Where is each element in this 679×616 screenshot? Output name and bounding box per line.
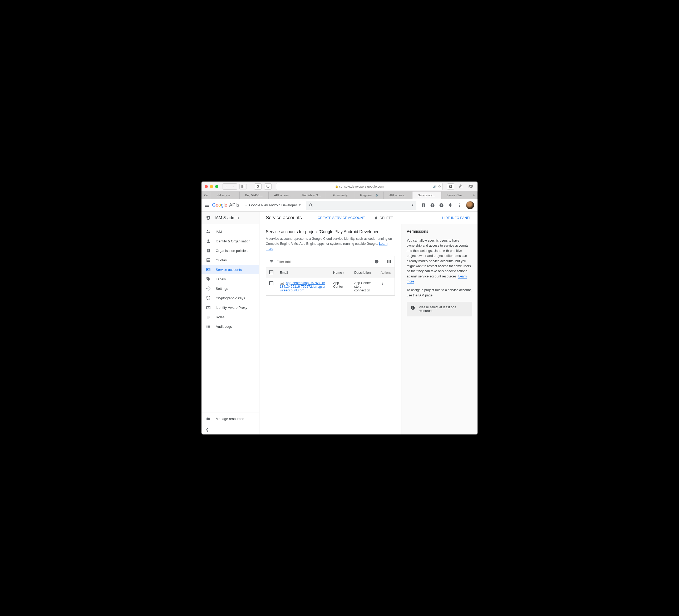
titlebar-right-tools [447, 183, 474, 190]
main-header: Service accounts CREATE SERVICE ACCOUNT … [259, 212, 478, 224]
security-icon [206, 296, 211, 300]
svg-text:?: ? [441, 204, 442, 207]
col-description[interactable]: Description [351, 268, 378, 278]
tab-4[interactable]: Publish to G… [297, 191, 326, 199]
search-field[interactable]: ▼ [306, 201, 416, 210]
sidebar-item-manage-resources[interactable]: Manage resources [201, 413, 259, 425]
sidebar-item-crypto-keys[interactable]: Cryptographic keys [201, 293, 259, 303]
extension-2-button[interactable]: ⓘ [264, 183, 271, 190]
minimize-window-button[interactable] [210, 185, 213, 188]
svg-rect-40 [207, 316, 210, 316]
user-avatar[interactable] [466, 201, 474, 210]
columns-icon[interactable] [387, 259, 391, 264]
notifications-icon[interactable] [448, 203, 453, 208]
sidebar-item-quotas[interactable]: Quotas [201, 255, 259, 265]
main: Service accounts CREATE SERVICE ACCOUNT … [259, 212, 478, 434]
briefcase-icon [206, 416, 211, 421]
create-service-account-button[interactable]: CREATE SERVICE ACCOUNT [310, 214, 367, 222]
svg-rect-13 [432, 204, 433, 206]
sidebar-item-roles[interactable]: Roles [201, 312, 259, 322]
svg-point-18 [459, 204, 460, 204]
browser-window: ‹ › G ⓘ 🔒 console.developers.google.com … [201, 182, 478, 434]
back-button[interactable]: ‹ [223, 184, 230, 189]
service-account-email-link[interactable]: app-center@api-7976831618413465116-75957… [280, 281, 326, 292]
tab-1[interactable]: delivery.ac… [211, 191, 240, 199]
share-button[interactable] [457, 183, 464, 190]
svg-rect-65 [413, 307, 413, 309]
svg-rect-0 [241, 185, 245, 188]
sidebar-item-service-accounts[interactable]: Service accounts [201, 265, 259, 274]
svg-rect-14 [432, 206, 433, 207]
url-bar[interactable]: 🔒 console.developers.google.com 🔊 ⟳ [276, 183, 443, 190]
sidebar-item-org-policies[interactable]: Organisation policies [201, 246, 259, 255]
tab-0[interactable]: Co [201, 191, 211, 199]
table-help-icon[interactable]: ? [374, 259, 379, 264]
row-actions-button[interactable] [378, 278, 394, 296]
sidebar-item-iam[interactable]: IAM [201, 227, 259, 236]
sidebar-item-audit-logs[interactable]: Audit Logs [201, 322, 259, 331]
new-tab-button[interactable]: + [470, 191, 478, 199]
sidebar-nav: IAM Identity & Organisation Organisation… [201, 224, 259, 412]
extension-1-button[interactable]: G [254, 183, 262, 190]
tab-2[interactable]: Bug 59400:… [240, 191, 268, 199]
tabs-overview-button[interactable] [467, 183, 474, 190]
svg-rect-3 [469, 185, 472, 188]
page-title: Service accounts [266, 215, 302, 220]
filter-icon[interactable] [269, 259, 274, 264]
svg-point-62 [382, 283, 383, 284]
help-icon[interactable]: ? [439, 203, 444, 208]
more-icon[interactable] [457, 203, 462, 208]
extension-buttons: G ⓘ [254, 183, 271, 190]
svg-text:?: ? [376, 260, 378, 263]
tab-5[interactable]: Grammarly [326, 191, 355, 199]
gift-icon[interactable] [421, 203, 426, 208]
delete-button[interactable]: DELETE [372, 214, 395, 222]
sidebar-item-identity-org[interactable]: Identity & Organisation [201, 236, 259, 246]
tab-8[interactable]: Service acc… [413, 191, 441, 199]
close-window-button[interactable] [205, 185, 208, 188]
forward-button[interactable]: › [230, 184, 237, 189]
sound-icon[interactable]: 🔊 [433, 185, 437, 188]
hamburger-menu-icon[interactable] [205, 203, 209, 208]
trash-icon [374, 216, 378, 220]
svg-point-23 [208, 230, 209, 232]
col-name[interactable]: Name↑ [330, 268, 351, 278]
maximize-window-button[interactable] [215, 185, 218, 188]
svg-point-21 [208, 217, 209, 218]
svg-rect-48 [207, 328, 210, 328]
tab-7[interactable]: API access… [384, 191, 413, 199]
svg-point-22 [207, 230, 208, 232]
reload-icon[interactable]: ⟳ [438, 185, 441, 188]
svg-line-6 [312, 206, 313, 207]
svg-rect-28 [207, 251, 208, 251]
search-icon [309, 203, 313, 208]
notice-box: Please select at least one resource. [407, 302, 472, 316]
info-icon [410, 305, 415, 310]
tab-6[interactable]: Fragmen…🔊 [355, 191, 384, 199]
sidebar-item-settings[interactable]: Settings [201, 284, 259, 293]
svg-rect-31 [206, 269, 210, 271]
hide-info-panel-button[interactable]: HIDE INFO PANEL [442, 216, 471, 220]
svg-rect-55 [389, 260, 390, 263]
info-panel-title: Permissions [407, 229, 472, 234]
row-checkbox[interactable] [269, 281, 273, 285]
svg-rect-41 [207, 317, 210, 317]
alert-icon[interactable] [430, 203, 435, 208]
downloads-button[interactable] [447, 183, 454, 190]
svg-rect-42 [207, 318, 209, 318]
col-email[interactable]: Email [277, 268, 330, 278]
url-text: console.developers.google.com [339, 185, 384, 188]
google-apis-logo[interactable]: Google APIs [212, 202, 239, 208]
search-dropdown-icon[interactable]: ▼ [411, 204, 414, 207]
tab-3[interactable]: API access… [269, 191, 297, 199]
select-all-checkbox[interactable] [269, 270, 273, 274]
sidebar-toggle-button[interactable] [239, 184, 247, 189]
collapse-sidebar-button[interactable]: ❮ [201, 425, 259, 434]
sidebar-item-labels[interactable]: Labels [201, 274, 259, 284]
sidebar-item-iap[interactable]: Identity-Aware Proxy [201, 303, 259, 312]
list-icon [206, 324, 211, 329]
project-selector[interactable]: ⁘ Google Play Android Developer ▼ [245, 203, 301, 207]
tab-9[interactable]: Stores · Sm… [442, 191, 470, 199]
svg-rect-45 [206, 326, 207, 327]
filter-input[interactable] [277, 260, 371, 264]
